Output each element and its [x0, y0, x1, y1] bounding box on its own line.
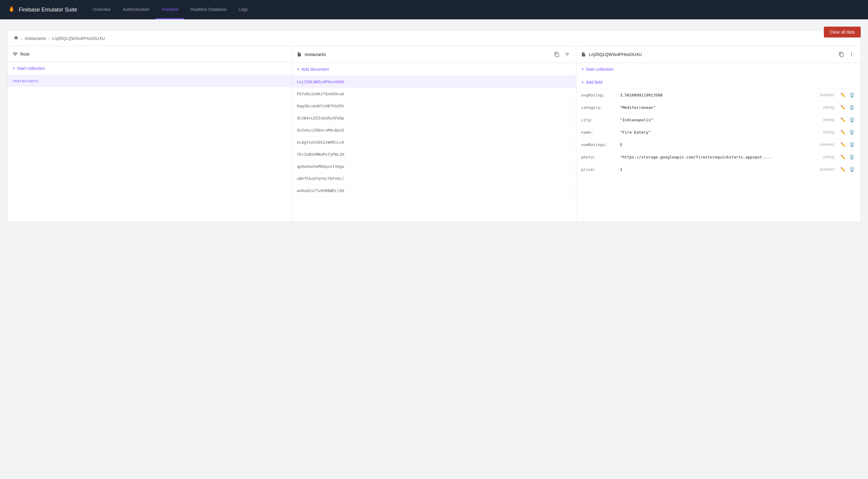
copy-doc-icon — [839, 52, 844, 57]
edit-category-button[interactable]: ✏️ — [839, 104, 847, 110]
field-photo: photo: "https://storage.googleapis.com/f… — [576, 151, 861, 163]
document-column: Lnj35QLQW3x4PHosOUXU + Start collec — [576, 46, 861, 221]
breadcrumb-restaurants[interactable]: restaurants — [25, 36, 46, 41]
add-document-action[interactable]: + Add document — [292, 63, 576, 76]
collection-item-wnr[interactable]: wnRoGUiCTv6hRBWELl9Q — [292, 185, 576, 197]
collection-item-dnz[interactable]: dnZokuiZOEmrnMOcBpSO — [292, 124, 576, 136]
columns-container: Root + Start collection restaurants rest… — [7, 46, 861, 221]
field-actions-avg-rating: ✏️ 🗑️ — [839, 92, 856, 98]
collection-item-pd7[interactable]: Pd7oNz2eXKxTQsKO9va6 — [292, 88, 576, 100]
field-actions-photo: ✏️ 🗑️ — [839, 154, 856, 160]
breadcrumb: › restaurants › Lnj35QLQW3x4PHosOUXU — [7, 31, 861, 46]
edit-city-button[interactable]: ✏️ — [839, 117, 847, 123]
field-name-city: city: — [581, 117, 617, 122]
brand-title: Firebase Emulator Suite — [19, 7, 77, 13]
delete-name-button[interactable]: 🗑️ — [848, 129, 856, 135]
delete-price-button[interactable]: 🗑️ — [848, 166, 856, 172]
clear-all-data-button[interactable]: Clear all data — [824, 27, 861, 37]
field-actions-price: ✏️ 🗑️ — [839, 166, 856, 172]
content-area: Clear all data › restaurants › Lnj35QLQW… — [0, 19, 868, 229]
document-icon — [581, 52, 586, 57]
collection-item-fec[interactable]: fEcZoNSVMNoPefyPBLZH — [292, 148, 576, 161]
nav-overview[interactable]: Overview — [87, 0, 117, 19]
field-actions-category: ✏️ 🗑️ — [839, 104, 856, 110]
breadcrumb-doc[interactable]: Lnj35QLQW3x4PHosOUXU — [52, 36, 105, 41]
collection-item-ela[interactable]: eLAgYxeSS6k2zWORiLcK — [292, 136, 576, 148]
collection-item-qp0[interactable]: qpOwXmohoMhKpnzt1Kgw — [292, 161, 576, 173]
breadcrumb-home[interactable] — [13, 35, 19, 41]
collection-item-vbx[interactable]: vBXfFAzOfqYGCfbFVULl — [292, 173, 576, 185]
document-col-header: Lnj35QLQW3x4PHosOUXU — [576, 46, 861, 63]
copy-icon — [554, 52, 560, 57]
field-value-num-ratings: 5 — [620, 142, 817, 147]
field-price: price: 1 (number) ✏️ 🗑️ — [576, 163, 861, 176]
add-document-label: Add document — [302, 67, 329, 72]
nav-logs[interactable]: Logs — [232, 0, 254, 19]
start-collection-action[interactable]: + Start collection — [7, 62, 292, 75]
add-field-action[interactable]: + Add field — [576, 76, 861, 89]
field-name-num-ratings: numRatings: — [581, 142, 617, 147]
more-vert-icon — [849, 52, 855, 57]
brand: Firebase Emulator Suite — [7, 5, 77, 14]
start-collection-label: Start collection — [17, 66, 45, 71]
main-nav: Overview Authentication Firestore Realti… — [87, 0, 254, 19]
edit-photo-button[interactable]: ✏️ — [839, 154, 847, 160]
field-avg-rating: avgRating: 3.5816899119913588 (number) ✏… — [576, 89, 861, 101]
plus-icon: + — [12, 66, 15, 71]
root-item-restaurants[interactable]: restaurants — [7, 75, 292, 87]
start-collection-doc-label: Start collection — [586, 67, 614, 72]
add-doc-plus-icon: + — [297, 67, 300, 72]
more-options-button[interactable] — [848, 50, 856, 58]
field-name-price: price: — [581, 167, 617, 172]
delete-avg-rating-button[interactable]: 🗑️ — [848, 92, 856, 98]
filter-collection-button[interactable] — [563, 50, 571, 58]
collection-col-header: restaurants — [292, 46, 576, 63]
root-col-title: Root — [20, 52, 287, 57]
field-type-city: (string) — [823, 117, 834, 122]
root-col-header: Root — [7, 46, 292, 62]
collection-item-dl5[interactable]: dL5B4vLDZZubSRy5PeQp — [292, 112, 576, 124]
field-num-ratings: numRatings: 5 (number) ✏️ 🗑️ — [576, 138, 861, 151]
copy-document-button[interactable] — [837, 50, 845, 58]
header: Firebase Emulator Suite Overview Authent… — [0, 0, 868, 19]
field-name-photo: photo: — [581, 155, 617, 159]
nav-realtime-database[interactable]: Realtime Database — [184, 0, 232, 19]
field-type-photo: (string) — [823, 155, 834, 159]
breadcrumb-sep-2: › — [49, 36, 50, 41]
start-subcollection-action[interactable]: + Start collection — [576, 63, 861, 76]
root-icon — [12, 52, 18, 57]
start-subcol-plus-icon: + — [581, 67, 584, 72]
field-type-name: (string) — [823, 130, 834, 134]
field-actions-city: ✏️ 🗑️ — [839, 117, 856, 123]
field-type-price: (number) — [819, 167, 834, 171]
document-col-title: Lnj35QLQW3x4PHosOUXU — [589, 52, 835, 57]
nav-firestore[interactable]: Firestore — [156, 0, 184, 19]
nav-authentication[interactable]: Authentication — [117, 0, 156, 19]
field-type-category: (string) — [823, 105, 834, 109]
delete-num-ratings-button[interactable]: 🗑️ — [848, 141, 856, 147]
field-value-photo: "https://storage.googleapis.com/firestor… — [620, 155, 820, 159]
delete-photo-button[interactable]: 🗑️ — [848, 154, 856, 160]
root-column: Root + Start collection restaurants — [7, 46, 292, 221]
breadcrumb-sep-1: › — [21, 36, 22, 41]
field-type-avg-rating: (number) — [819, 93, 834, 97]
edit-price-button[interactable]: ✏️ — [839, 166, 847, 172]
add-field-label: Add field — [586, 80, 602, 85]
copy-collection-button[interactable] — [553, 50, 561, 58]
field-name-name: name: — [581, 130, 617, 135]
field-value-name: "Fire Eatery" — [620, 130, 820, 135]
home-icon — [13, 35, 19, 40]
firestore-panel: › restaurants › Lnj35QLQW3x4PHosOUXU Roo… — [7, 30, 861, 222]
field-actions-name: ✏️ 🗑️ — [839, 129, 856, 135]
edit-num-ratings-button[interactable]: ✏️ — [839, 141, 847, 147]
delete-category-button[interactable]: 🗑️ — [848, 104, 856, 110]
collection-item-lnj[interactable]: Lnj35QLQW3x4PHosOUXU — [292, 76, 576, 88]
field-value-city: "Indianapolis" — [620, 117, 820, 122]
field-value-category: "Mediterranean" — [620, 105, 820, 110]
edit-name-button[interactable]: ✏️ — [839, 129, 847, 135]
edit-avg-rating-button[interactable]: ✏️ — [839, 92, 847, 98]
filter-icon — [564, 52, 570, 57]
collection-item-rqq[interactable]: Rqq3DcuUdHTsOBfOSd5h — [292, 100, 576, 112]
delete-city-button[interactable]: 🗑️ — [848, 117, 856, 123]
field-type-num-ratings: (number) — [819, 142, 834, 147]
